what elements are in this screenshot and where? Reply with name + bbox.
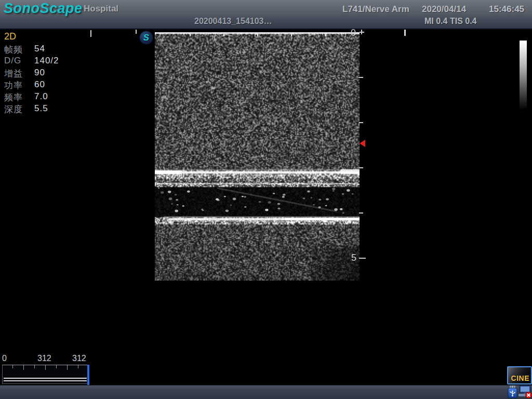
exam-time: 15:46:45 <box>489 4 524 15</box>
sonoscape-logo: SonoScape <box>4 1 83 17</box>
cine-ruler-tick <box>78 365 78 368</box>
cine-ruler-tick <box>12 365 13 368</box>
depth-tick-4cm <box>359 212 363 214</box>
cine-button[interactable]: CINE <box>507 366 532 384</box>
depth-tick-3cm <box>359 167 363 168</box>
ultrasound-image <box>155 32 360 281</box>
depth-tick-2cm <box>359 122 363 123</box>
cine-ruler-tick <box>67 365 68 370</box>
param-label: 频率 <box>4 91 23 103</box>
grayscale-map-bar <box>520 41 527 110</box>
acoustic-output-indices: MI 0.4 TIS 0.4 <box>424 17 476 26</box>
cine-ruler-tick <box>45 365 46 370</box>
cine-ruler-tick <box>23 365 24 370</box>
depth-label-top: 0 <box>351 28 356 38</box>
param-value: 140/2 <box>34 56 59 66</box>
param-value: 54 <box>34 44 45 54</box>
cine-start-frame: 0 <box>2 354 7 363</box>
param-label: 深度 <box>4 103 23 115</box>
cine-current-frame: 312 <box>37 354 51 363</box>
param-value: 90 <box>34 68 45 78</box>
screen-marker-tick <box>90 30 91 37</box>
exam-date: 2020/04/14 <box>422 4 466 15</box>
param-value: 60 <box>34 79 45 90</box>
cine-scrubber[interactable]: 0 312 312 <box>1 354 94 385</box>
focus-position-marker-icon <box>360 140 365 147</box>
screen-marker-tick <box>404 30 406 36</box>
cine-position-marker[interactable] <box>87 365 89 385</box>
param-value: 5.5 <box>34 103 48 114</box>
probe-preset: L741/Nerve Arm <box>342 4 409 15</box>
param-label: 帧频 <box>4 44 23 56</box>
ultrasound-screen: SonoScape Hospital L741/Nerve Arm 2020/0… <box>0 0 532 399</box>
screen-marker-tick <box>136 30 137 34</box>
cine-ruler-tick <box>34 365 35 368</box>
depth-tick-0 <box>361 30 362 34</box>
hospital-name: Hospital <box>84 4 118 14</box>
mode-2d-label: 2D <box>4 31 16 42</box>
cine-total-frames: 312 <box>72 354 86 363</box>
depth-tick-1cm <box>359 77 363 78</box>
cine-ruler-tick <box>56 365 57 368</box>
depth-tick-5cm <box>359 258 366 259</box>
usb-storage-icon <box>507 385 518 398</box>
image-file-name: 20200413_154103… <box>194 17 272 26</box>
printer-disconnected-icon <box>518 385 532 398</box>
param-label: 功率 <box>4 79 23 91</box>
param-value: 7.0 <box>34 91 48 102</box>
cine-ruler[interactable] <box>2 365 89 384</box>
param-label: 增益 <box>4 68 23 79</box>
status-bar <box>0 385 532 399</box>
cine-track <box>4 380 87 381</box>
cine-track <box>4 378 87 379</box>
orientation-marker-logo: S <box>139 31 153 45</box>
depth-label-bottom: 5 <box>351 252 356 263</box>
header-bar: SonoScape Hospital L741/Nerve Arm 2020/0… <box>0 0 532 30</box>
param-label: D/G <box>4 56 21 66</box>
